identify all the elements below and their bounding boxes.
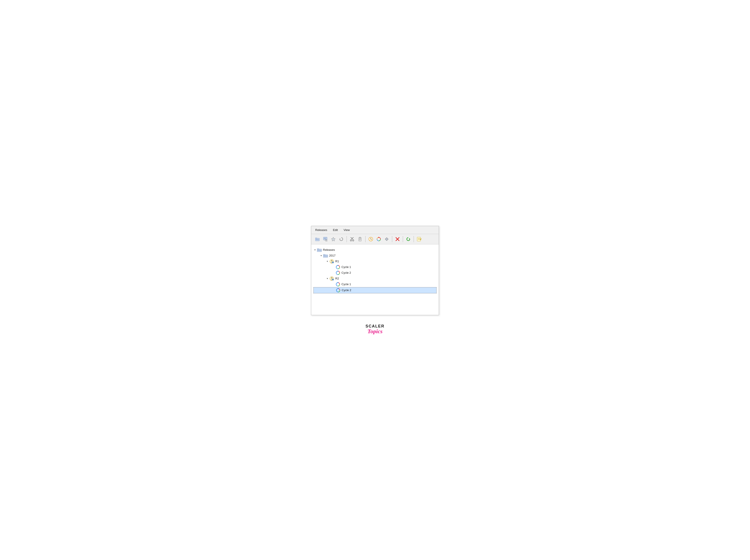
expand-r1[interactable] <box>326 260 329 263</box>
tree-node-r2-cycle2[interactable]: Cycle 2 <box>313 287 437 293</box>
cycle-r2c2-icon <box>336 288 341 293</box>
tree-node-r1-cycle1[interactable]: Cycle 1 <box>313 264 437 270</box>
folder-2017-icon <box>323 253 328 258</box>
toolbar-open-folder[interactable] <box>314 236 321 243</box>
r1-cycle1-label: Cycle 1 <box>341 265 351 269</box>
folder-releases-icon <box>317 248 322 252</box>
svg-line-16 <box>351 238 352 240</box>
tree-node-releases[interactable]: Releases <box>313 247 437 253</box>
svg-marker-33 <box>409 238 410 239</box>
tree-node-2017[interactable]: 2017 <box>313 253 437 258</box>
svg-marker-13 <box>340 238 341 239</box>
toolbar-notes[interactable] <box>416 236 423 243</box>
toolbar-delete[interactable] <box>394 236 401 243</box>
toolbar-history[interactable] <box>367 236 374 243</box>
tree-node-r1[interactable]: R R1 <box>313 258 437 264</box>
cycle-r1c2-icon <box>336 270 340 275</box>
svg-rect-40 <box>317 249 319 249</box>
svg-text:R: R <box>332 279 334 281</box>
expand-releases[interactable] <box>313 248 317 251</box>
cycle-r2c1-icon <box>336 282 340 287</box>
r1-label: R1 <box>335 260 339 263</box>
svg-point-28 <box>371 239 371 239</box>
toolbar <box>311 234 439 244</box>
toolbar-baseline[interactable] <box>383 236 390 243</box>
scaler-text: SCALER <box>366 324 384 329</box>
r1-cycle2-label: Cycle 2 <box>341 271 351 274</box>
release-r2-icon: R <box>329 276 334 281</box>
svg-line-17 <box>352 238 353 240</box>
tree-node-r2-cycle1[interactable]: Cycle 1 <box>313 282 437 287</box>
no-arrow-2 <box>332 271 335 274</box>
toolbar-badge[interactable] <box>330 236 337 243</box>
svg-rect-21 <box>359 237 361 238</box>
toolbar-clipboard[interactable] <box>356 236 363 243</box>
tree-area: Releases 2017 <box>311 244 439 315</box>
separator-2 <box>365 236 366 242</box>
separator-4 <box>403 236 403 242</box>
cycle-r1c1-icon <box>336 265 340 270</box>
svg-text:R: R <box>332 262 334 264</box>
no-arrow-3 <box>332 283 335 286</box>
svg-line-19 <box>352 237 354 238</box>
tree-node-r1-cycle2[interactable]: Cycle 2 <box>313 270 437 276</box>
svg-rect-1 <box>315 238 317 239</box>
menu-edit[interactable]: Edit <box>332 228 339 232</box>
menu-releases[interactable]: Releases <box>314 228 328 232</box>
expand-r2[interactable] <box>326 277 329 280</box>
svg-marker-12 <box>331 237 335 241</box>
svg-point-14 <box>350 240 352 241</box>
no-arrow-4 <box>332 289 335 292</box>
menu-view[interactable]: View <box>343 228 351 232</box>
svg-point-62 <box>331 277 332 278</box>
release-r1-icon: R <box>329 259 334 264</box>
toolbar-search[interactable] <box>322 236 329 243</box>
svg-line-11 <box>327 241 327 241</box>
topics-text: Topics <box>366 329 384 334</box>
separator-3 <box>392 236 392 242</box>
tree-node-r2[interactable]: R R2 <box>313 276 437 282</box>
r2-cycle2-label: Cycle 2 <box>342 289 351 292</box>
svg-rect-48 <box>323 254 325 255</box>
menu-bar: Releases Edit View <box>311 226 439 234</box>
svg-line-18 <box>351 237 352 238</box>
separator-1 <box>347 236 347 242</box>
toolbar-scissors[interactable] <box>349 236 356 243</box>
releases-label: Releases <box>323 248 335 251</box>
main-window: Releases Edit View <box>311 226 439 315</box>
toolbar-cycle-multi[interactable] <box>375 236 382 243</box>
no-arrow-1 <box>332 266 335 269</box>
r2-cycle1-label: Cycle 1 <box>341 283 351 286</box>
separator-5 <box>414 236 414 242</box>
toolbar-green-refresh[interactable] <box>405 236 412 243</box>
svg-marker-30 <box>385 237 388 241</box>
branding: SCALER Topics <box>366 324 384 334</box>
expand-2017[interactable] <box>320 254 323 257</box>
year-2017-label: 2017 <box>329 254 336 257</box>
svg-point-56 <box>331 260 332 262</box>
svg-rect-34 <box>417 237 421 241</box>
svg-point-15 <box>353 240 354 241</box>
r2-label: R2 <box>335 277 339 280</box>
toolbar-refresh-gray[interactable] <box>338 236 345 243</box>
